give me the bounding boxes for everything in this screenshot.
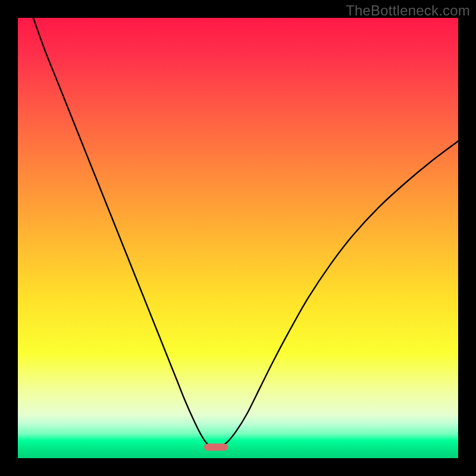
plot-area — [18, 18, 458, 458]
left-branch-curve — [33, 18, 216, 447]
minimum-marker — [204, 444, 228, 451]
watermark-text: TheBottleneck.com — [346, 2, 470, 19]
curve-layer — [18, 18, 458, 458]
chart-frame: TheBottleneck.com — [0, 0, 476, 476]
right-branch-curve — [216, 141, 458, 447]
